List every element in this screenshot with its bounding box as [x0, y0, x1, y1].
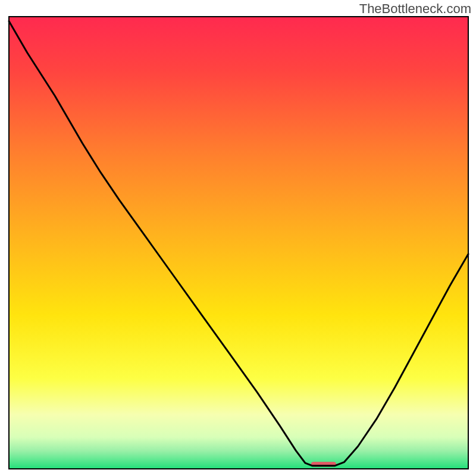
- bottleneck-chart: TheBottleneck.com: [0, 0, 476, 476]
- gradient-fill: [9, 17, 468, 469]
- chart-svg: [0, 0, 476, 476]
- watermark-label: TheBottleneck.com: [359, 1, 471, 17]
